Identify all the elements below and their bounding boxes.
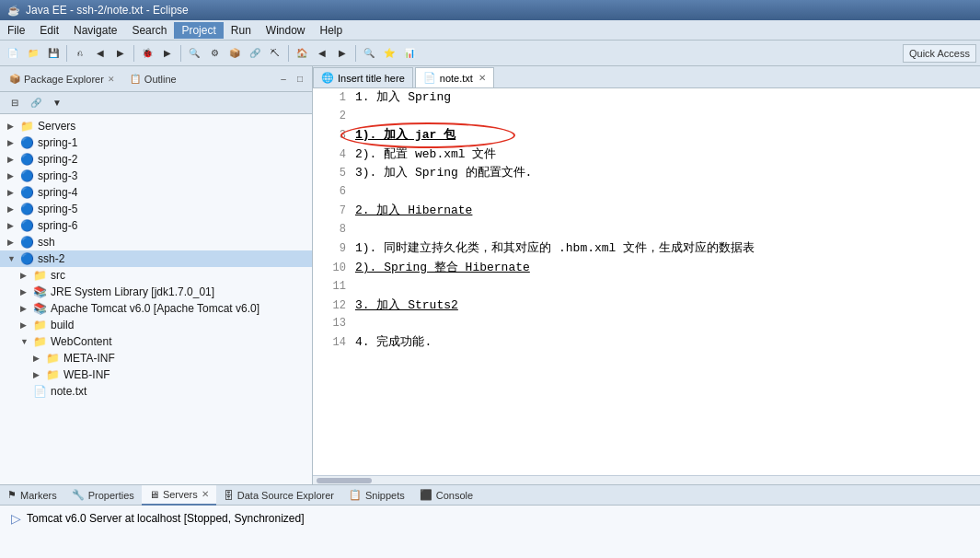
sidebar-filter-btn[interactable]: ▼	[48, 94, 66, 112]
tree-item-note-txt[interactable]: 📄 note.txt	[0, 383, 312, 400]
build-label: build	[51, 319, 74, 331]
sidebar-maximize-btn[interactable]: □	[294, 73, 306, 86]
toolbar-btn-4[interactable]: ⎌	[71, 44, 89, 63]
markers-icon: ⚑	[7, 489, 17, 501]
editor-tabs: 🌐 Insert title here 📄 note.txt ✕	[313, 66, 980, 88]
editor-area: 🌐 Insert title here 📄 note.txt ✕ 1 1. 加入…	[313, 66, 980, 484]
tree-arrow-spring-2: ▶	[7, 155, 17, 164]
menu-navigate[interactable]: Navigate	[66, 22, 124, 39]
line-num-5: 5	[320, 165, 346, 182]
toolbar-btn-10[interactable]: ⚙	[205, 44, 224, 63]
toolbar-btn-18[interactable]: ⭐	[380, 44, 398, 63]
tree-item-build[interactable]: ▶ 📁 build	[0, 317, 312, 333]
editor-tab-insert-title[interactable]: 🌐 Insert title here	[313, 67, 413, 87]
line-num-9: 9	[320, 240, 346, 258]
tree-item-meta-inf[interactable]: ▶ 📁 META-INF	[0, 350, 312, 366]
toolbar-btn-13[interactable]: ⛏	[266, 44, 284, 63]
tree-item-webcontent[interactable]: ▼ 📁 WebContent	[0, 333, 312, 350]
editor-tab-note-txt[interactable]: 📄 note.txt ✕	[415, 67, 494, 87]
toolbar-btn-run[interactable]: ▶	[158, 44, 177, 63]
sidebar-minimize-btn[interactable]: –	[277, 73, 290, 86]
menu-window[interactable]: Window	[259, 22, 313, 39]
tree-item-ssh2[interactable]: ▼ 🔵 ssh-2	[0, 250, 312, 267]
tree-item-spring-2[interactable]: ▶ 🔵 spring-2	[0, 151, 312, 168]
toolbar-btn-6[interactable]: ▶	[111, 44, 130, 63]
code-line-8: 8	[313, 221, 980, 239]
servers-tab-close[interactable]: ✕	[202, 489, 209, 499]
toolbar-btn-15[interactable]: ◀	[313, 44, 331, 63]
servers-folder-icon: 📁	[20, 120, 34, 133]
menu-edit[interactable]: Edit	[32, 22, 66, 39]
sidebar-collapse-all-btn[interactable]: ⊟	[6, 94, 24, 112]
toolbar-btn-save[interactable]: 💾	[44, 44, 63, 63]
menu-search[interactable]: Search	[124, 22, 174, 39]
bottom-tab-snippets[interactable]: 📋 Snippets	[341, 485, 412, 506]
tree-item-spring-5[interactable]: ▶ 🔵 spring-5	[0, 201, 312, 217]
sidebar-tab-outline[interactable]: 📋 Outline	[126, 73, 180, 86]
app-icon: ☕	[7, 5, 20, 17]
tree-item-spring-4[interactable]: ▶ 🔵 spring-4	[0, 184, 312, 201]
tree-arrow-spring-6: ▶	[7, 221, 17, 230]
tree-item-spring-1[interactable]: ▶ 🔵 spring-1	[0, 134, 312, 151]
editor-scrollbar[interactable]	[313, 475, 980, 484]
code-line-3: 3 1). 加入 jar 包	[313, 126, 980, 145]
spring4-label: spring-4	[38, 186, 77, 199]
tree-item-web-inf[interactable]: ▶ 📁 WEB-INF	[0, 366, 312, 383]
bottom-tab-console[interactable]: ⬛ Console	[412, 485, 480, 506]
src-label: src	[51, 269, 65, 282]
toolbar-btn-9[interactable]: 🔍	[185, 44, 203, 63]
toolbar-btn-debug[interactable]: 🐞	[138, 44, 156, 63]
bottom-tab-markers[interactable]: ⚑ Markers	[0, 485, 64, 506]
bottom-tab-datasource[interactable]: 🗄 Data Source Explorer	[216, 485, 341, 506]
bottom-content: ▷ Tomcat v6.0 Server at localhost [Stopp…	[0, 506, 980, 558]
snippets-icon: 📋	[349, 489, 362, 501]
build-folder-icon: 📁	[33, 319, 47, 331]
spring1-icon: 🔵	[20, 136, 34, 149]
toolbar-btn-16[interactable]: ▶	[333, 44, 352, 63]
tree-item-tomcat[interactable]: ▶ 📚 Apache Tomcat v6.0 [Apache Tomcat v6…	[0, 300, 312, 317]
spring5-label: spring-5	[38, 203, 77, 215]
toolbar-btn-2[interactable]: 📁	[24, 44, 42, 63]
bottom-tab-servers[interactable]: 🖥 Servers ✕	[142, 485, 216, 506]
window-title: Java EE - ssh-2/note.txt - Eclipse	[26, 4, 189, 17]
toolbar-btn-17[interactable]: 🔍	[360, 44, 378, 63]
scroll-thumb[interactable]	[317, 478, 372, 483]
menu-help[interactable]: Help	[313, 22, 351, 39]
quick-access[interactable]: Quick Access	[903, 44, 976, 63]
editor-content[interactable]: 1 1. 加入 Spring 2 3 1). 加入 jar 包 4 2). 配置…	[313, 88, 980, 475]
toolbar-btn-19[interactable]: 📊	[400, 44, 419, 63]
tree-item-ssh[interactable]: ▶ 🔵 ssh	[0, 234, 312, 250]
toolbar-btn-5[interactable]: ◀	[91, 44, 110, 63]
tree-item-src[interactable]: ▶ 📁 src	[0, 267, 312, 284]
line-num-10: 10	[320, 260, 346, 277]
package-explorer-icon: 📦	[9, 74, 20, 84]
meta-inf-label: META-INF	[63, 352, 115, 365]
tree-arrow-ssh2: ▼	[7, 254, 17, 263]
server-item-tomcat-label: Tomcat v6.0 Server at localhost [Stopped…	[27, 512, 305, 525]
server-item-tomcat-icon: ▷	[11, 511, 21, 526]
toolbar-btn-11[interactable]: 📦	[225, 44, 244, 63]
code-line-6: 6	[313, 183, 980, 202]
toolbar-sep-4	[288, 45, 289, 62]
toolbar-btn-12[interactable]: 🔗	[246, 44, 264, 63]
tree-item-spring-6[interactable]: ▶ 🔵 spring-6	[0, 217, 312, 234]
meta-inf-folder-icon: 📁	[46, 352, 60, 365]
menu-project[interactable]: Project	[174, 22, 223, 39]
bottom-tab-properties[interactable]: 🔧 Properties	[64, 485, 142, 506]
tree-item-spring-3[interactable]: ▶ 🔵 spring-3	[0, 168, 312, 184]
sidebar-link-btn[interactable]: 🔗	[27, 94, 45, 112]
sidebar-tab-package-explorer[interactable]: 📦 Package Explorer ✕	[6, 73, 119, 86]
spring3-icon: 🔵	[20, 169, 34, 182]
tree-item-jre[interactable]: ▶ 📚 JRE System Library [jdk1.7.0_01]	[0, 284, 312, 300]
note-txt-tab-close[interactable]: ✕	[478, 73, 486, 83]
menu-file[interactable]: File	[0, 22, 32, 39]
line-num-2: 2	[320, 108, 346, 125]
toolbar-btn-new[interactable]: 📄	[4, 44, 22, 63]
code-line-5: 5 3). 加入 Spring 的配置文件.	[313, 164, 980, 183]
code-line-4: 4 2). 配置 web.xml 文件	[313, 145, 980, 165]
tree-item-servers[interactable]: ▶ 📁 Servers	[0, 118, 312, 134]
server-item-tomcat[interactable]: ▷ Tomcat v6.0 Server at localhost [Stopp…	[7, 509, 973, 528]
menu-run[interactable]: Run	[224, 22, 259, 39]
toolbar-btn-14[interactable]: 🏠	[293, 44, 311, 63]
note-txt-label: note.txt	[51, 385, 86, 398]
